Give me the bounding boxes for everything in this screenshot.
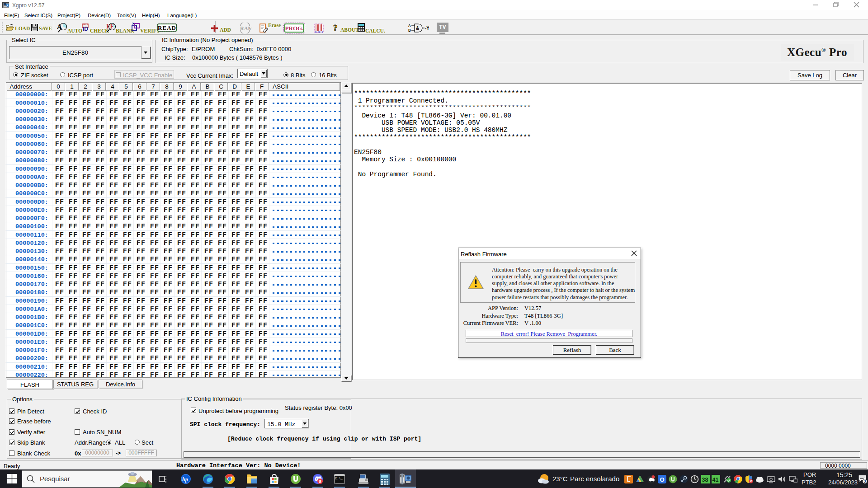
svg-text:-Y: -Y (425, 26, 429, 31)
svg-text:hp: hp (182, 476, 188, 483)
svg-text:&: & (416, 26, 419, 31)
svg-text:O: O (660, 476, 665, 483)
svg-text:C:\_: C:\_ (335, 477, 343, 480)
svg-text:A: A (408, 24, 411, 28)
svg-text:ID: ID (83, 26, 88, 32)
svg-text:41: 41 (712, 477, 719, 483)
svg-text:3: 3 (864, 479, 866, 483)
svg-text:B: B (408, 28, 411, 33)
svg-text:38: 38 (702, 477, 708, 483)
svg-text:RAM: RAM (240, 25, 251, 32)
svg-text:8: 8 (319, 479, 321, 484)
